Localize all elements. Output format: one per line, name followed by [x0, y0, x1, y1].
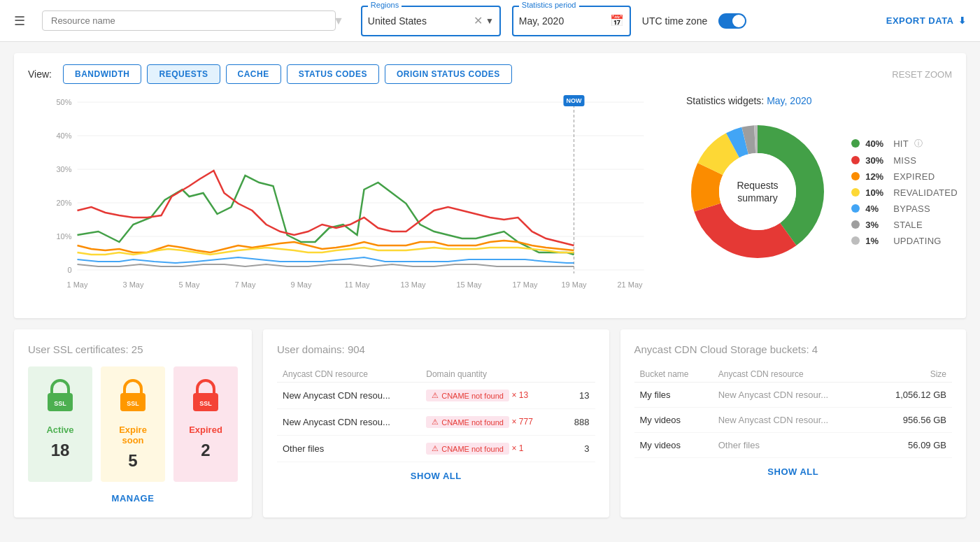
buckets-panel-title: Anycast CDN Cloud Storage buckets: 4	[634, 343, 953, 355]
table-row: Other files ⚠ CNAME not found × 1 3	[277, 436, 595, 462]
ssl-expired-count: 2	[201, 441, 210, 460]
legend-dot-stale	[851, 220, 860, 229]
tab-origin-status-codes[interactable]: ORIGIN STATUS CODES	[385, 64, 512, 84]
region-label: Regions	[368, 1, 402, 9]
ssl-icon-expire: SSL	[118, 378, 148, 419]
calendar-icon[interactable]: 📅	[610, 14, 624, 27]
tab-requests[interactable]: REQUESTS	[147, 64, 220, 84]
region-select[interactable]: Regions United States ✕ ▼	[361, 6, 501, 36]
svg-text:SSL: SSL	[127, 400, 139, 407]
export-label: EXPORT DATA	[886, 15, 954, 26]
manage-button[interactable]: MANAGE	[28, 493, 238, 504]
table-row: New Anycast CDN resou... ⚠ CNAME not fou…	[277, 409, 595, 436]
svg-text:SSL: SSL	[54, 400, 66, 407]
svg-text:40%: 40%	[56, 131, 71, 140]
domains-panel-title: User domains: 904	[277, 343, 595, 355]
svg-text:7 May: 7 May	[235, 280, 256, 289]
buckets-col-size: Size	[871, 366, 952, 383]
svg-text:3 May: 3 May	[123, 280, 144, 289]
legend-dot-revalidated	[851, 188, 860, 197]
domain-resource-2: New Anycast CDN resou...	[277, 409, 420, 436]
resource-dropdown-arrow[interactable]: ▼	[333, 15, 344, 27]
svg-text:11 May: 11 May	[344, 280, 370, 289]
region-clear-icon[interactable]: ✕	[474, 14, 483, 27]
svg-text:17 May: 17 May	[512, 280, 538, 289]
table-row: New Anycast CDN resou... ⚠ CNAME not fou…	[277, 383, 595, 409]
svg-text:5 May: 5 May	[179, 280, 200, 289]
ssl-active-label: Active	[46, 425, 73, 435]
stats-widgets-title: Statistics widgets: May, 2020	[686, 95, 812, 106]
bucket-resource-1: New Anycast CDN resour...	[713, 383, 871, 408]
buckets-table: Bucket name Anycast CDN resource Size My…	[634, 366, 953, 458]
stats-period-select[interactable]: Statistics period May, 2020 📅	[512, 6, 631, 36]
domains-panel: User domains: 904 Anycast CDN resource D…	[263, 329, 609, 518]
domains-col-total	[563, 366, 595, 383]
table-row: My videos Other files 56.09 GB	[634, 433, 953, 458]
info-icon-hit[interactable]: ⓘ	[914, 138, 923, 150]
legend-name-miss: MISS	[893, 155, 916, 166]
svg-text:summary: summary	[737, 192, 778, 204]
cname-badge-2: ⚠ CNAME not found	[426, 416, 509, 428]
line-chart-svg: 50% 40% 30% 20% 10% 0 1 May 3 May 5 May …	[28, 95, 672, 305]
donut-container: Requests summary 40% HIT ⓘ 30%	[681, 115, 958, 269]
svg-text:NOW: NOW	[567, 97, 583, 104]
domain-cname-1: ⚠ CNAME not found × 13	[420, 383, 563, 409]
bottom-panels: User SSL certificates: 25 SSL Active 18	[14, 329, 966, 518]
bucket-size-2: 956.56 GB	[871, 408, 952, 433]
main-content: View: BANDWIDTH REQUESTS CACHE STATUS CO…	[0, 42, 980, 529]
domain-cname-3: ⚠ CNAME not found × 1	[420, 436, 563, 462]
svg-text:15 May: 15 May	[456, 280, 482, 289]
domains-col-resource: Anycast CDN resource	[277, 366, 420, 383]
chart-and-donut: 50% 40% 30% 20% 10% 0 1 May 3 May 5 May …	[28, 95, 952, 307]
svg-text:10%: 10%	[56, 232, 71, 241]
svg-text:1 May: 1 May	[67, 280, 88, 289]
legend-name-bypass: BYPASS	[893, 204, 930, 214]
legend-pct-bypass: 4%	[865, 204, 888, 214]
svg-text:50%: 50%	[56, 98, 71, 106]
domain-total-3: 3	[563, 436, 595, 462]
legend-dot-updating	[851, 236, 860, 245]
legend-bypass: 4% BYPASS	[851, 204, 958, 214]
line-chart-area: 50% 40% 30% 20% 10% 0 1 May 3 May 5 May …	[28, 95, 672, 307]
ssl-expire-count: 5	[128, 451, 137, 471]
table-row: My files New Anycast CDN resour... 1,056…	[634, 383, 953, 408]
legend-pct-miss: 30%	[865, 155, 888, 166]
domain-total-1: 13	[563, 383, 595, 409]
legend-hit: 40% HIT ⓘ	[851, 138, 958, 150]
domains-show-all-button[interactable]: SHOW ALL	[277, 471, 595, 481]
utc-label: UTC time zone	[642, 15, 707, 27]
warning-icon-3: ⚠	[432, 444, 439, 453]
chart-section: View: BANDWIDTH REQUESTS CACHE STATUS CO…	[14, 53, 966, 318]
svg-text:9 May: 9 May	[291, 280, 312, 289]
resource-name-input[interactable]	[42, 10, 336, 31]
stats-period-label: Statistics period	[519, 1, 579, 9]
svg-text:30%: 30%	[56, 165, 71, 173]
legend-dot-miss	[851, 156, 860, 164]
ssl-cards: SSL Active 18 SSL Expire soon	[28, 366, 238, 482]
ssl-card-expire-soon: SSL Expire soon 5	[101, 366, 165, 482]
table-row: My videos New Anycast CDN resour... 956.…	[634, 408, 953, 433]
bucket-name-2: My videos	[634, 408, 713, 433]
ssl-expire-label: Expire soon	[109, 425, 157, 445]
cname-badge-1: ⚠ CNAME not found	[426, 390, 509, 401]
tab-bandwidth[interactable]: BANDWIDTH	[63, 64, 142, 84]
utc-toggle[interactable]	[718, 13, 746, 29]
bucket-size-3: 56.09 GB	[871, 433, 952, 458]
tab-cache[interactable]: CACHE	[226, 64, 281, 84]
buckets-col-resource: Anycast CDN resource	[713, 366, 871, 383]
menu-icon[interactable]: ☰	[14, 13, 25, 29]
legend-pct-expired: 12%	[865, 171, 888, 182]
buckets-panel: Anycast CDN Cloud Storage buckets: 4 Buc…	[620, 329, 967, 518]
legend-dot-bypass	[851, 204, 860, 213]
reset-zoom-button[interactable]: RESET ZOOM	[892, 69, 952, 80]
ssl-expired-label: Expired	[189, 425, 222, 435]
legend-pct-revalidated: 10%	[865, 187, 888, 198]
buckets-show-all-button[interactable]: SHOW ALL	[634, 466, 953, 477]
region-dropdown-arrow[interactable]: ▼	[485, 16, 494, 26]
export-data-button[interactable]: EXPORT DATA ⬇	[886, 15, 966, 26]
svg-text:20%: 20%	[56, 199, 71, 207]
bucket-resource-2: New Anycast CDN resour...	[713, 408, 871, 433]
tab-status-codes[interactable]: STATUS CODES	[287, 64, 379, 84]
domain-cname-2: ⚠ CNAME not found × 777	[420, 409, 563, 436]
cname-badge-3: ⚠ CNAME not found	[426, 443, 509, 455]
